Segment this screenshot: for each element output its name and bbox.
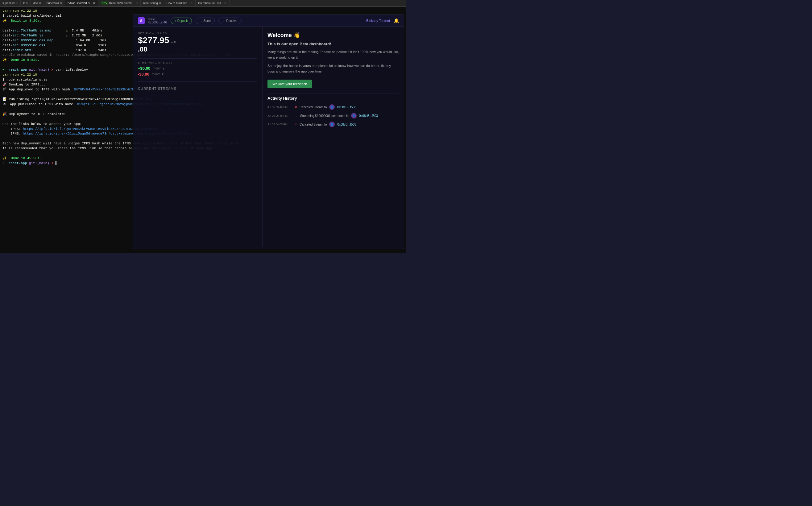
send-button[interactable]: → Send [196, 18, 215, 24]
welcome-p2: So, enjoy, the house is yours and please… [267, 63, 399, 74]
wallet-user-name: Binksby Testnet [366, 19, 390, 22]
wallet-nav-left: S wallet 0x6096...cf46 + Deposit → Send … [138, 17, 242, 24]
wallet-panel: S wallet 0x6096...cf46 + Deposit → Send … [133, 14, 404, 249]
balance-label: NET FLOW IN USD [138, 32, 257, 35]
activity-action: Canceled Stream to [299, 123, 327, 126]
welcome-title: Welcome 👋 [267, 32, 399, 38]
avatar: 👤 [329, 104, 335, 110]
browser-tabs: superfluid ✕ It ✕ doc ✕ Superfluid ✕ Edi… [0, 0, 406, 6]
tab-superfluid2[interactable]: Superfluid ✕ [44, 0, 65, 6]
tab-label: How to build and... [167, 2, 190, 5]
activity-row: Jul 05 05:45 PM → Streaming $/.0000001 p… [267, 113, 399, 118]
tab-label: doc [33, 2, 38, 5]
tab-react-svg[interactable]: DEV React SVG Animat... ✕ [98, 0, 141, 6]
streams-empty [138, 93, 257, 96]
tab-label: Superfluid [47, 2, 59, 5]
balance-full-display: .00 [138, 46, 257, 53]
divider [138, 81, 257, 82]
terminal-line: yarn run v1.22.10 [2, 9, 403, 14]
tab-label: Editor - Convert S... [68, 2, 92, 5]
tab-label: On Ethereum | 3rd... [198, 2, 223, 5]
tab-close-icon[interactable]: ✕ [26, 2, 28, 5]
balance-sub: 5210 [170, 40, 177, 44]
avatar: 👤 [329, 121, 335, 127]
avatar: 👤 [351, 113, 357, 118]
activity-address: 0x68cB...f503 [337, 123, 356, 126]
wallet-header-right: Binksby Testnet 🔔 [366, 18, 399, 23]
flow-in-row: +$0.00 month ▲ [138, 66, 257, 71]
activity-row: Jul 05 04:05 PM ✕ Canceled Stream to 👤 0… [267, 121, 399, 127]
tab-how-to-build[interactable]: How to build and... ✕ [164, 0, 196, 6]
flow-out-row: -$0.00 month ▼ [138, 72, 257, 77]
tab-close-icon[interactable]: ✕ [60, 2, 62, 5]
tab-on-ethereum[interactable]: On Ethereum | 3rd... ✕ [196, 0, 229, 6]
wallet-header: S wallet 0x6096...cf46 + Deposit → Send … [133, 15, 404, 27]
tab-close-icon[interactable]: ✕ [136, 2, 138, 5]
balance-display: $277.95 5210 [138, 35, 257, 46]
flow-in-amount: +$0.00 [138, 66, 150, 71]
tab-label: React SVG Animat... [109, 2, 135, 5]
cancel-icon: ✕ [295, 105, 297, 109]
deposit-button[interactable]: + Deposit [171, 18, 192, 24]
tab-superfluid[interactable]: superfluid ✕ [0, 0, 21, 6]
feedback-button[interactable]: We love your feedback [267, 80, 312, 88]
activity-title: Activity History [267, 96, 399, 101]
cancel-icon: ✕ [295, 123, 297, 126]
wallet-left-column: NET FLOW IN USD $277.95 5210 .00 STREAMI… [133, 27, 263, 247]
current-streams-title: Current streams [138, 87, 257, 90]
activity-address: 0x68cB...f503 [359, 114, 378, 117]
tab-label: It [23, 2, 25, 5]
activity-date: Jul 05 05:45 PM [267, 114, 292, 117]
flow-out-amount: -$0.00 [138, 72, 149, 77]
flow-out-sub: month ▼ [152, 73, 164, 76]
tab-label: superfluid [2, 2, 14, 5]
activity-date: Jul 05 05:46 PM [267, 105, 292, 109]
tab-label: DEV [101, 1, 108, 5]
welcome-section: Welcome 👋 This is our open Beta dashboar… [267, 32, 399, 88]
balance-amount: $277.95 [138, 35, 169, 46]
activity-row: Jul 05 05:46 PM ✕ Canceled Stream to 👤 0… [267, 104, 399, 110]
tab-close-icon[interactable]: ✕ [15, 2, 18, 5]
tab-doc[interactable]: doc ✕ [31, 0, 44, 6]
wallet-logo: S [138, 17, 145, 24]
streaming-section: STREAMING IN & OUT +$0.00 month ▲ -$0.00… [138, 61, 257, 77]
activity-date: Jul 05 04:05 PM [267, 123, 292, 126]
tab-close-icon[interactable]: ✕ [224, 2, 227, 5]
tab-close-icon[interactable]: ✕ [39, 2, 41, 5]
wallet-identity: wallet 0x6096...cf46 [149, 18, 167, 24]
bell-icon[interactable]: 🔔 [394, 18, 399, 23]
wallet-label: wallet [149, 18, 167, 21]
streaming-label: STREAMING IN & OUT [138, 61, 257, 64]
tab-close-icon[interactable]: ✕ [159, 2, 161, 5]
balance-dollars: .00 [138, 46, 148, 53]
welcome-subtitle: This is our open Beta dashboard! [267, 41, 399, 46]
tab-close-icon[interactable]: ✕ [190, 2, 193, 5]
tab-label: react-spring [143, 2, 158, 5]
wallet-body: NET FLOW IN USD $277.95 5210 .00 STREAMI… [133, 27, 404, 247]
stream-icon: → [295, 114, 298, 117]
tab-close-icon[interactable]: ✕ [93, 2, 95, 5]
flow-in-sub: month ▲ [153, 67, 165, 70]
activity-address: 0x68cB...f503 [337, 105, 356, 109]
divider [267, 93, 399, 93]
activity-action: Canceled Stream to [299, 105, 327, 109]
tab-it[interactable]: It ✕ [21, 0, 31, 6]
tab-editor[interactable]: Editor - Convert S... ✕ [65, 0, 98, 6]
balance-section: NET FLOW IN USD $277.95 5210 .00 [138, 32, 257, 53]
divider [138, 58, 257, 59]
wallet-address: 0x6096...cf46 [149, 21, 167, 24]
welcome-p1: Many things are still in the making. Ple… [267, 50, 399, 60]
activity-action: Streaming $/.0000001 per month in [300, 114, 349, 117]
receive-button[interactable]: ← Receive [218, 18, 242, 24]
wallet-right-column: Welcome 👋 This is our open Beta dashboar… [263, 27, 404, 247]
tab-react-spring[interactable]: react-spring ✕ [141, 0, 164, 6]
